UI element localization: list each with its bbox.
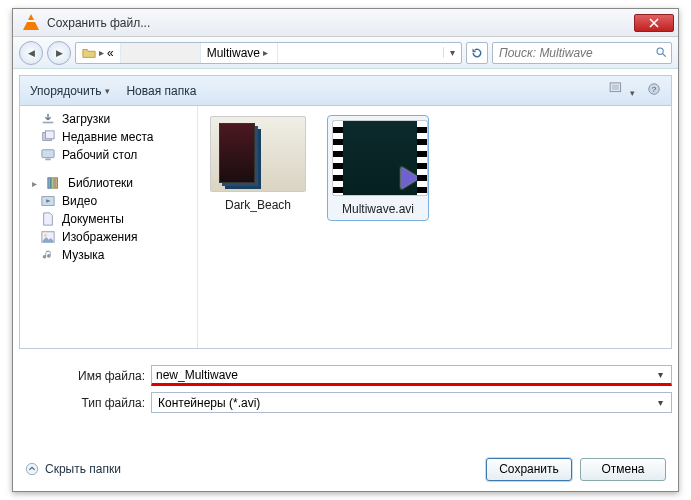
save-button[interactable]: Сохранить — [486, 458, 572, 481]
breadcrumb-current[interactable]: Multiwave ▸ — [201, 43, 278, 63]
filename-field[interactable]: ▾ — [151, 365, 672, 386]
file-item-video[interactable]: Multiwave.avi — [328, 116, 428, 220]
filetype-dropdown-icon[interactable]: ▾ — [653, 397, 667, 408]
svg-point-15 — [44, 234, 47, 237]
desktop-icon — [40, 148, 56, 162]
tree-libraries[interactable]: ▸Библиотеки — [20, 174, 197, 192]
tree-item-desktop[interactable]: Рабочий стол — [20, 146, 197, 164]
tree-item-pictures[interactable]: Изображения — [20, 228, 197, 246]
breadcrumb-first[interactable]: ▸ « — [76, 43, 121, 63]
toolbar: Упорядочить ▾ Новая папка ▾ ? — [19, 75, 672, 105]
search-box[interactable] — [492, 42, 672, 64]
tree-item-recent[interactable]: Недавние места — [20, 128, 197, 146]
search-input[interactable] — [493, 46, 656, 60]
chevron-down-icon: ▾ — [105, 86, 110, 96]
play-overlay-icon — [401, 167, 419, 189]
downloads-icon — [40, 112, 56, 126]
breadcrumb-blurred[interactable] — [121, 43, 201, 63]
svg-rect-8 — [42, 150, 54, 158]
breadcrumb-seg-0: « — [107, 46, 114, 60]
folder-tree[interactable]: Загрузки Недавние места Рабочий стол ▸Би… — [20, 106, 198, 348]
recent-icon — [40, 130, 56, 144]
pictures-lib-icon — [40, 230, 56, 244]
filetype-label: Тип файла: — [19, 396, 151, 410]
svg-rect-12 — [55, 178, 58, 189]
dropdown-chevron-icon[interactable]: ▾ — [443, 47, 461, 58]
breadcrumb-bar[interactable]: ▸ « Multiwave ▸ ▾ — [75, 42, 462, 64]
tree-item-music[interactable]: Музыка — [20, 246, 197, 264]
close-button[interactable] — [634, 14, 674, 32]
svg-rect-10 — [48, 178, 51, 189]
svg-point-0 — [657, 48, 663, 54]
arrow-right-icon: ▶ — [56, 48, 63, 58]
filetype-select[interactable]: Контейнеры (*.avi) ▾ — [151, 392, 672, 413]
file-caption: Multiwave.avi — [332, 202, 424, 216]
new-folder-button[interactable]: Новая папка — [126, 84, 196, 98]
filetype-row: Тип файла: Контейнеры (*.avi) ▾ — [19, 392, 672, 413]
libraries-icon — [46, 176, 62, 190]
cancel-button[interactable]: Отмена — [580, 458, 666, 481]
back-button[interactable]: ◀ — [19, 41, 43, 65]
navigation-row: ◀ ▶ ▸ « Multiwave ▸ ▾ — [13, 37, 678, 69]
chevron-up-circle-icon — [25, 462, 39, 476]
chevron-right-icon: ▸ — [96, 47, 107, 58]
filename-dropdown-icon[interactable]: ▾ — [653, 369, 667, 380]
organize-menu[interactable]: Упорядочить ▾ — [30, 84, 110, 98]
refresh-icon — [471, 47, 483, 59]
dialog-footer: Скрыть папки Сохранить Отмена — [13, 447, 678, 491]
vlc-cone-icon — [23, 14, 41, 32]
svg-rect-7 — [45, 131, 54, 139]
file-item-folder[interactable]: Dark_Beach — [208, 116, 308, 212]
refresh-button[interactable] — [466, 42, 488, 64]
save-dialog-window: Сохранить файл... ◀ ▶ ▸ « Multiwave ▸ ▾ — [12, 8, 679, 492]
form-area: Имя файла: ▾ Тип файла: Контейнеры (*.av… — [19, 365, 672, 413]
chevron-right-icon: ▸ — [260, 47, 271, 58]
svg-rect-5 — [43, 122, 54, 124]
close-icon — [649, 18, 659, 28]
file-caption: Dark_Beach — [208, 198, 308, 212]
filename-input[interactable] — [156, 368, 653, 382]
file-list[interactable]: Dark_Beach Multiwave.avi — [198, 106, 671, 348]
documents-lib-icon — [40, 212, 56, 226]
svg-point-16 — [26, 463, 37, 474]
video-lib-icon — [40, 194, 56, 208]
filename-row: Имя файла: ▾ — [19, 365, 672, 386]
svg-text:?: ? — [652, 85, 657, 94]
view-options-button[interactable]: ▾ — [609, 82, 635, 99]
music-lib-icon — [40, 248, 56, 262]
tree-item-documents[interactable]: Документы — [20, 210, 197, 228]
help-button[interactable]: ? — [647, 82, 661, 99]
expand-icon[interactable]: ▸ — [32, 178, 40, 189]
view-icon — [609, 82, 627, 96]
dialog-body: Загрузки Недавние места Рабочий стол ▸Би… — [19, 105, 672, 349]
title-bar[interactable]: Сохранить файл... — [13, 9, 678, 37]
window-title: Сохранить файл... — [47, 16, 634, 30]
tree-item-downloads[interactable]: Загрузки — [20, 110, 197, 128]
tree-item-video[interactable]: Видео — [20, 192, 197, 210]
folder-thumbnail — [210, 116, 306, 192]
svg-rect-11 — [51, 178, 54, 189]
hide-folders-link[interactable]: Скрыть папки — [25, 462, 121, 476]
svg-rect-9 — [45, 159, 50, 161]
breadcrumb-seg-1: Multiwave — [207, 46, 260, 60]
search-icon — [656, 46, 667, 59]
folder-icon — [82, 46, 96, 60]
help-icon: ? — [647, 82, 661, 96]
arrow-left-icon: ◀ — [28, 48, 35, 58]
filetype-value: Контейнеры (*.avi) — [156, 396, 653, 410]
video-thumbnail — [332, 120, 428, 196]
forward-button[interactable]: ▶ — [47, 41, 71, 65]
filename-label: Имя файла: — [19, 369, 151, 383]
svg-rect-2 — [612, 85, 619, 90]
